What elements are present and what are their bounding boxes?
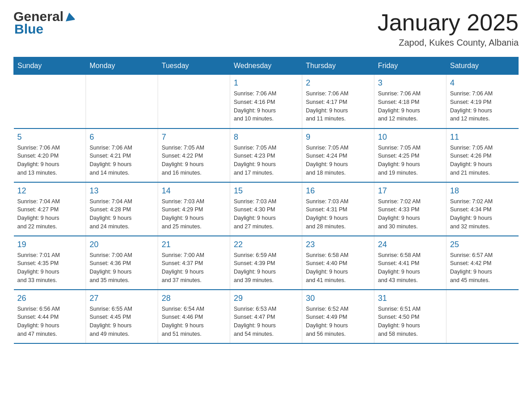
calendar-day-cell: 23Sunrise: 6:58 AM Sunset: 4:40 PM Dayli… (302, 236, 374, 290)
weekday-header-tuesday: Tuesday (158, 57, 230, 75)
calendar-day-cell: 27Sunrise: 6:55 AM Sunset: 4:45 PM Dayli… (86, 290, 158, 343)
day-info: Sunrise: 7:05 AM Sunset: 4:22 PM Dayligh… (162, 144, 226, 177)
calendar-day-cell: 2Sunrise: 7:06 AM Sunset: 4:17 PM Daylig… (302, 75, 374, 128)
day-info: Sunrise: 6:57 AM Sunset: 4:42 PM Dayligh… (450, 251, 515, 285)
day-number: 21 (162, 240, 226, 249)
svg-marker-0 (65, 12, 75, 21)
calendar-day-cell: 3Sunrise: 7:06 AM Sunset: 4:18 PM Daylig… (374, 75, 446, 128)
calendar-day-cell: 28Sunrise: 6:54 AM Sunset: 4:46 PM Dayli… (158, 290, 230, 343)
day-number: 31 (378, 294, 442, 303)
day-info: Sunrise: 6:52 AM Sunset: 4:49 PM Dayligh… (306, 305, 370, 338)
day-info: Sunrise: 7:01 AM Sunset: 4:35 PM Dayligh… (17, 251, 82, 285)
calendar-day-cell: 16Sunrise: 7:03 AM Sunset: 4:31 PM Dayli… (302, 182, 374, 236)
day-number: 26 (17, 294, 82, 303)
calendar-day-cell: 29Sunrise: 6:53 AM Sunset: 4:47 PM Dayli… (230, 290, 302, 343)
calendar-day-cell: 9Sunrise: 7:05 AM Sunset: 4:24 PM Daylig… (302, 128, 374, 182)
day-number: 6 (90, 133, 154, 142)
calendar-title: January 2025 (378, 9, 519, 36)
calendar-day-cell (86, 75, 158, 128)
calendar-day-cell: 12Sunrise: 7:04 AM Sunset: 4:27 PM Dayli… (14, 182, 86, 236)
day-info: Sunrise: 7:05 AM Sunset: 4:26 PM Dayligh… (450, 144, 515, 177)
day-number: 1 (234, 78, 298, 88)
weekday-header-friday: Friday (374, 57, 446, 75)
day-number: 25 (450, 240, 515, 249)
day-number: 5 (17, 133, 82, 142)
day-number: 8 (234, 133, 298, 142)
calendar-week-row: 12Sunrise: 7:04 AM Sunset: 4:27 PM Dayli… (14, 182, 519, 236)
day-number: 2 (306, 78, 370, 88)
day-number: 4 (450, 78, 515, 88)
day-info: Sunrise: 6:59 AM Sunset: 4:39 PM Dayligh… (234, 251, 298, 285)
day-info: Sunrise: 7:06 AM Sunset: 4:19 PM Dayligh… (450, 90, 515, 123)
day-info: Sunrise: 7:04 AM Sunset: 4:27 PM Dayligh… (17, 197, 82, 231)
day-info: Sunrise: 6:55 AM Sunset: 4:45 PM Dayligh… (90, 305, 154, 338)
day-number: 29 (234, 294, 298, 303)
calendar-day-cell (14, 75, 86, 128)
logo-triangle-icon (65, 12, 75, 23)
day-number: 14 (162, 186, 226, 196)
weekday-header-monday: Monday (86, 57, 158, 75)
day-info: Sunrise: 7:04 AM Sunset: 4:28 PM Dayligh… (90, 197, 154, 231)
day-number: 20 (90, 240, 154, 249)
calendar-day-cell: 20Sunrise: 7:00 AM Sunset: 4:36 PM Dayli… (86, 236, 158, 290)
calendar-header-row: SundayMondayTuesdayWednesdayThursdayFrid… (14, 57, 519, 75)
day-info: Sunrise: 6:53 AM Sunset: 4:47 PM Dayligh… (234, 305, 298, 338)
calendar-day-cell: 24Sunrise: 6:58 AM Sunset: 4:41 PM Dayli… (374, 236, 446, 290)
calendar-day-cell: 19Sunrise: 7:01 AM Sunset: 4:35 PM Dayli… (14, 236, 86, 290)
calendar-week-row: 5Sunrise: 7:06 AM Sunset: 4:20 PM Daylig… (14, 128, 519, 182)
day-info: Sunrise: 7:02 AM Sunset: 4:34 PM Dayligh… (450, 197, 515, 231)
day-info: Sunrise: 7:06 AM Sunset: 4:21 PM Dayligh… (90, 144, 154, 177)
day-info: Sunrise: 7:02 AM Sunset: 4:33 PM Dayligh… (378, 197, 442, 231)
day-info: Sunrise: 7:06 AM Sunset: 4:16 PM Dayligh… (234, 90, 298, 123)
weekday-header-saturday: Saturday (446, 57, 519, 75)
day-number: 27 (90, 294, 154, 303)
day-info: Sunrise: 6:58 AM Sunset: 4:40 PM Dayligh… (306, 251, 370, 285)
day-info: Sunrise: 6:56 AM Sunset: 4:44 PM Dayligh… (17, 305, 82, 338)
day-number: 24 (378, 240, 442, 249)
calendar-day-cell: 10Sunrise: 7:05 AM Sunset: 4:25 PM Dayli… (374, 128, 446, 182)
calendar-day-cell: 15Sunrise: 7:03 AM Sunset: 4:30 PM Dayli… (230, 182, 302, 236)
calendar-table: SundayMondayTuesdayWednesdayThursdayFrid… (13, 57, 519, 344)
day-info: Sunrise: 7:05 AM Sunset: 4:23 PM Dayligh… (234, 144, 298, 177)
weekday-header-thursday: Thursday (302, 57, 374, 75)
weekday-header-wednesday: Wednesday (230, 57, 302, 75)
calendar-day-cell: 31Sunrise: 6:51 AM Sunset: 4:50 PM Dayli… (374, 290, 446, 343)
day-number: 19 (17, 240, 82, 249)
day-info: Sunrise: 7:06 AM Sunset: 4:17 PM Dayligh… (306, 90, 370, 123)
day-number: 7 (162, 133, 226, 142)
calendar-week-row: 1Sunrise: 7:06 AM Sunset: 4:16 PM Daylig… (14, 75, 519, 128)
day-number: 30 (306, 294, 370, 303)
day-info: Sunrise: 7:06 AM Sunset: 4:18 PM Dayligh… (378, 90, 442, 123)
day-number: 10 (378, 133, 442, 142)
day-info: Sunrise: 7:03 AM Sunset: 4:31 PM Dayligh… (306, 197, 370, 231)
calendar-day-cell: 14Sunrise: 7:03 AM Sunset: 4:29 PM Dayli… (158, 182, 230, 236)
calendar-subtitle: Zapod, Kukes County, Albania (378, 38, 519, 48)
day-number: 23 (306, 240, 370, 249)
day-info: Sunrise: 7:05 AM Sunset: 4:25 PM Dayligh… (378, 144, 442, 177)
weekday-header-sunday: Sunday (14, 57, 86, 75)
calendar-day-cell: 18Sunrise: 7:02 AM Sunset: 4:34 PM Dayli… (446, 182, 519, 236)
logo: General Blue (13, 9, 75, 37)
day-number: 11 (450, 133, 515, 142)
day-info: Sunrise: 7:03 AM Sunset: 4:29 PM Dayligh… (162, 197, 226, 231)
calendar-day-cell: 7Sunrise: 7:05 AM Sunset: 4:22 PM Daylig… (158, 128, 230, 182)
day-info: Sunrise: 7:05 AM Sunset: 4:24 PM Dayligh… (306, 144, 370, 177)
day-number: 12 (17, 186, 82, 196)
calendar-day-cell: 26Sunrise: 6:56 AM Sunset: 4:44 PM Dayli… (14, 290, 86, 343)
day-number: 13 (90, 186, 154, 196)
day-number: 18 (450, 186, 515, 196)
calendar-day-cell: 30Sunrise: 6:52 AM Sunset: 4:49 PM Dayli… (302, 290, 374, 343)
calendar-day-cell: 13Sunrise: 7:04 AM Sunset: 4:28 PM Dayli… (86, 182, 158, 236)
calendar-day-cell: 1Sunrise: 7:06 AM Sunset: 4:16 PM Daylig… (230, 75, 302, 128)
calendar-week-row: 19Sunrise: 7:01 AM Sunset: 4:35 PM Dayli… (14, 236, 519, 290)
day-number: 22 (234, 240, 298, 249)
title-section: January 2025 Zapod, Kukes County, Albani… (378, 9, 519, 48)
calendar-day-cell: 21Sunrise: 7:00 AM Sunset: 4:37 PM Dayli… (158, 236, 230, 290)
calendar-day-cell (158, 75, 230, 128)
day-info: Sunrise: 6:51 AM Sunset: 4:50 PM Dayligh… (378, 305, 442, 338)
day-info: Sunrise: 7:00 AM Sunset: 4:36 PM Dayligh… (90, 251, 154, 285)
day-info: Sunrise: 6:54 AM Sunset: 4:46 PM Dayligh… (162, 305, 226, 338)
day-number: 15 (234, 186, 298, 196)
calendar-day-cell: 22Sunrise: 6:59 AM Sunset: 4:39 PM Dayli… (230, 236, 302, 290)
calendar-day-cell: 8Sunrise: 7:05 AM Sunset: 4:23 PM Daylig… (230, 128, 302, 182)
